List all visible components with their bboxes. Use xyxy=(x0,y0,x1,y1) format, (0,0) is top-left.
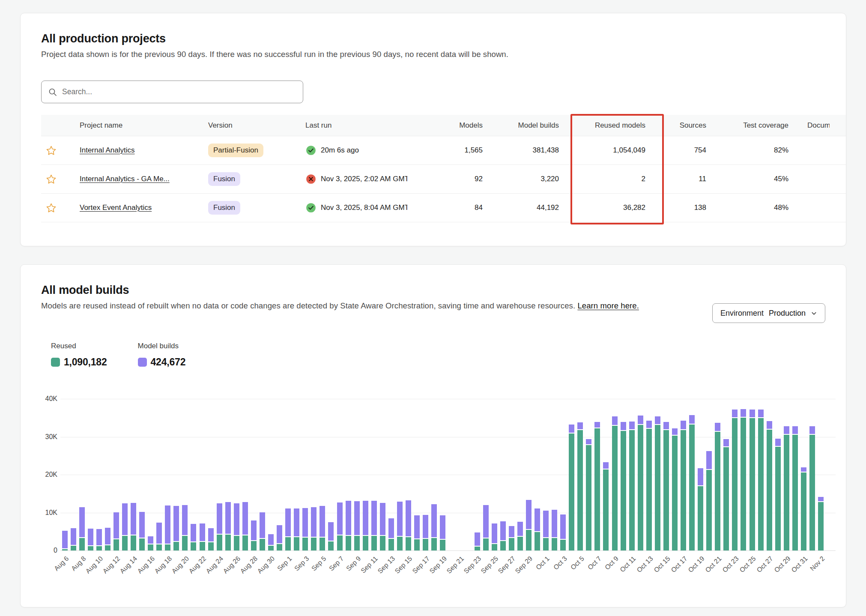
stacked-bar[interactable] xyxy=(535,508,540,550)
stacked-bar[interactable] xyxy=(302,508,308,550)
stacked-bar[interactable] xyxy=(200,523,205,550)
column-header[interactable]: Last run xyxy=(305,121,425,130)
stacked-bar[interactable] xyxy=(354,501,360,550)
stacked-bar[interactable] xyxy=(689,415,695,550)
stacked-bar[interactable] xyxy=(337,502,343,550)
stacked-bar[interactable] xyxy=(526,500,532,550)
stacked-bar[interactable] xyxy=(423,515,428,550)
star-icon[interactable] xyxy=(45,145,57,156)
stacked-bar[interactable] xyxy=(638,416,643,550)
column-header[interactable]: Models xyxy=(425,121,483,130)
stacked-bar[interactable] xyxy=(285,508,291,550)
stacked-bar[interactable] xyxy=(509,526,514,550)
column-header[interactable]: Documentation coverage xyxy=(788,121,830,130)
stacked-bar[interactable] xyxy=(173,506,179,550)
stacked-bar[interactable] xyxy=(775,439,781,550)
stacked-bar[interactable] xyxy=(431,504,437,550)
stacked-bar[interactable] xyxy=(672,428,678,550)
stacked-bar[interactable] xyxy=(242,502,248,550)
stacked-bar[interactable] xyxy=(560,514,566,550)
stacked-bar[interactable] xyxy=(621,422,626,550)
stacked-bar[interactable] xyxy=(663,422,669,550)
stacked-bar[interactable] xyxy=(165,505,170,550)
stacked-bar[interactable] xyxy=(818,497,824,550)
stacked-bar[interactable] xyxy=(706,451,712,550)
stacked-bar[interactable] xyxy=(801,467,806,550)
stacked-bar[interactable] xyxy=(698,468,703,550)
stacked-bar[interactable] xyxy=(363,501,368,550)
stacked-bar[interactable] xyxy=(388,518,394,550)
stacked-bar[interactable] xyxy=(577,422,583,550)
stacked-bar[interactable] xyxy=(148,536,153,550)
column-header[interactable]: Project name xyxy=(80,121,208,130)
stacked-bar[interactable] xyxy=(397,502,403,550)
stacked-bar[interactable] xyxy=(629,422,635,550)
project-link[interactable]: Internal Analytics - GA Me... xyxy=(80,175,170,183)
search-input[interactable]: Search... xyxy=(41,81,303,103)
stacked-bar[interactable] xyxy=(113,512,119,550)
column-header[interactable]: Sources xyxy=(645,121,706,130)
stacked-bar[interactable] xyxy=(182,505,188,550)
stacked-bar[interactable] xyxy=(328,522,334,550)
stacked-bar[interactable] xyxy=(371,501,377,550)
table-row[interactable]: Internal AnalyticsPartial-Fusion20m 6s a… xyxy=(41,136,846,165)
stacked-bar[interactable] xyxy=(380,503,385,550)
stacked-bar[interactable] xyxy=(586,439,591,550)
stacked-bar[interactable] xyxy=(594,422,600,550)
stacked-bar[interactable] xyxy=(251,520,257,550)
stacked-bar[interactable] xyxy=(79,507,85,550)
stacked-bar[interactable] xyxy=(715,423,720,550)
stacked-bar[interactable] xyxy=(500,521,506,550)
stacked-bar[interactable] xyxy=(191,524,196,550)
column-header[interactable]: Version xyxy=(208,121,305,130)
stacked-bar[interactable] xyxy=(750,410,755,550)
stacked-bar[interactable] xyxy=(406,500,411,550)
stacked-bar[interactable] xyxy=(646,421,652,550)
stacked-bar[interactable] xyxy=(208,528,214,550)
stacked-bar[interactable] xyxy=(88,529,93,550)
stacked-bar[interactable] xyxy=(655,416,660,551)
column-header[interactable]: Reused models xyxy=(559,121,645,130)
stacked-bar[interactable] xyxy=(681,421,686,550)
stacked-bar[interactable] xyxy=(320,506,325,550)
stacked-bar[interactable] xyxy=(483,505,489,550)
stacked-bar[interactable] xyxy=(277,525,282,551)
environment-dropdown[interactable]: Environment Production xyxy=(712,303,825,323)
project-link[interactable]: Internal Analytics xyxy=(80,146,135,154)
table-row[interactable]: Internal Analytics - GA Me...FusionNov 3… xyxy=(41,165,846,194)
stacked-bar[interactable] xyxy=(62,531,68,550)
stacked-bar[interactable] xyxy=(71,528,76,550)
stacked-bar[interactable] xyxy=(346,501,351,550)
stacked-bar[interactable] xyxy=(217,503,222,550)
stacked-bar[interactable] xyxy=(260,512,265,550)
column-header[interactable]: Model builds xyxy=(483,121,559,130)
stacked-bar[interactable] xyxy=(612,416,618,551)
stacked-bar[interactable] xyxy=(311,507,317,550)
stacked-bar[interactable] xyxy=(723,439,729,550)
stacked-bar[interactable] xyxy=(475,532,480,550)
stacked-bar[interactable] xyxy=(268,534,274,550)
stacked-bar[interactable] xyxy=(732,410,738,550)
favorite-star-cell[interactable] xyxy=(41,145,80,156)
learn-more-link[interactable]: Learn more here. xyxy=(577,301,639,310)
stacked-bar[interactable] xyxy=(741,409,746,550)
stacked-bar[interactable] xyxy=(492,523,497,550)
column-header[interactable]: Test coverage xyxy=(706,121,788,130)
stacked-bar[interactable] xyxy=(105,528,110,550)
stacked-bar[interactable] xyxy=(792,426,798,550)
stacked-bar[interactable] xyxy=(603,462,609,550)
stacked-bar[interactable] xyxy=(809,426,815,550)
stacked-bar[interactable] xyxy=(294,508,299,550)
stacked-bar[interactable] xyxy=(122,503,128,550)
stacked-bar[interactable] xyxy=(225,502,231,550)
cell-project-name[interactable]: Internal Analytics xyxy=(80,146,208,155)
stacked-bar[interactable] xyxy=(96,529,102,550)
stacked-bar[interactable] xyxy=(440,515,445,550)
favorite-star-cell[interactable] xyxy=(41,202,80,214)
stacked-bar[interactable] xyxy=(758,410,764,550)
stacked-bar[interactable] xyxy=(156,523,162,550)
star-icon[interactable] xyxy=(45,173,57,185)
stacked-bar[interactable] xyxy=(131,503,136,550)
project-link[interactable]: Vortex Event Analytics xyxy=(80,203,152,212)
table-row[interactable]: Vortex Event AnalyticsFusionNov 3, 2025,… xyxy=(41,194,846,222)
